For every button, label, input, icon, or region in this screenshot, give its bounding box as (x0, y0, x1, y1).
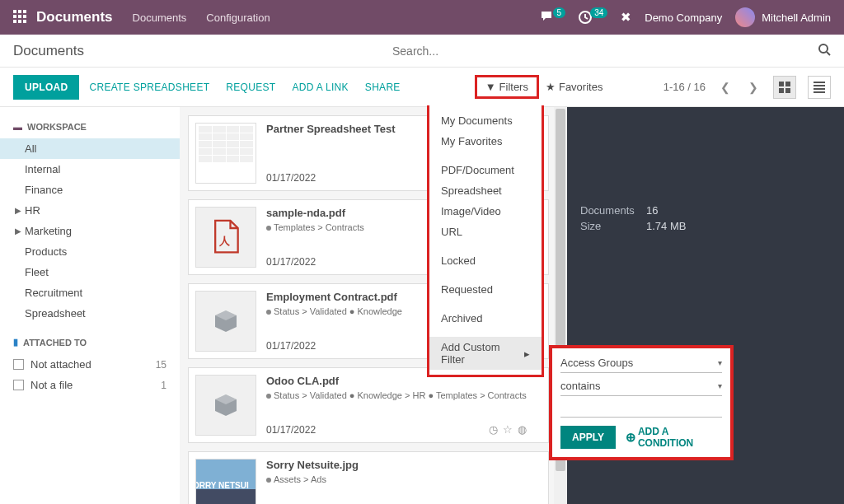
custom-filter-operator[interactable]: contains ▾ (560, 376, 722, 396)
user-menu[interactable]: Mitchell Admin (735, 7, 831, 27)
custom-filter-panel: Access Groups ▾ contains ▾ APPLY ⊕ ADD A… (549, 345, 734, 460)
sidebar-item-finance[interactable]: Finance (0, 180, 180, 200)
count: 1 (161, 380, 166, 391)
checkbox[interactable] (13, 380, 24, 390)
sidebar-item-hr[interactable]: ▶HR (0, 200, 180, 221)
chevron-down-icon: ▾ (718, 358, 722, 367)
messaging-icon[interactable]: 5 (542, 12, 566, 23)
custom-filter-field[interactable]: Access Groups ▾ (560, 353, 722, 373)
pager-prev-icon[interactable]: ❮ (717, 81, 734, 94)
search-row: Documents (0, 35, 844, 68)
add-custom-label: Add Custom Filter (441, 341, 524, 366)
debug-icon[interactable]: ✖ (621, 10, 631, 25)
apply-button[interactable]: APPLY (560, 426, 616, 449)
search-icon[interactable] (818, 43, 831, 58)
activity-icon[interactable]: 34 (579, 11, 607, 24)
brand[interactable]: Documents (36, 9, 113, 26)
svg-rect-6 (13, 20, 16, 23)
docs-count: 16 (646, 204, 658, 217)
clock-icon[interactable]: ◷ (489, 423, 498, 436)
pager-next-icon[interactable]: ❯ (745, 81, 762, 94)
svg-rect-14 (779, 88, 784, 93)
sidebar-item-spreadsheet[interactable]: Spreadsheet (0, 303, 180, 324)
svg-point-10 (819, 44, 828, 53)
filters-label: Filters (499, 81, 528, 93)
star-icon[interactable]: ☆ (503, 423, 513, 436)
docs-count-label: Documents (580, 204, 646, 217)
svg-rect-7 (18, 20, 21, 23)
workspace-header: ▬ WORKSPACE (0, 119, 180, 138)
sidebar-item-fleet[interactable]: Fleet (0, 262, 180, 282)
upload-button[interactable]: UPLOAD (13, 75, 79, 100)
svg-rect-17 (814, 85, 825, 86)
filter-my-favorites[interactable]: My Favorites (429, 131, 542, 152)
favorites-button[interactable]: ★ Favorites (546, 81, 603, 93)
nav-documents[interactable]: Documents (133, 12, 187, 24)
filter-my-documents[interactable]: My Documents (429, 110, 542, 131)
sidebar-item-all[interactable]: All (0, 138, 180, 159)
add-link-button[interactable]: ADD A LINK (292, 82, 348, 93)
sidebar-item-products[interactable]: Products (0, 241, 180, 262)
svg-rect-2 (23, 10, 26, 13)
filter-icon: ▼ (485, 81, 496, 93)
nav-configuration[interactable]: Configuration (206, 12, 270, 24)
plus-icon: ⊕ (626, 430, 636, 445)
company-selector[interactable]: Demo Company (645, 12, 722, 24)
chat-badge: 5 (553, 7, 566, 18)
document-card[interactable]: Odoo CLA.pdf Status > Validated ● Knowle… (188, 367, 549, 443)
sidebar-item-marketing[interactable]: ▶Marketing (0, 221, 180, 241)
topbar: Documents Documents Configuration 5 34 ✖… (0, 0, 844, 35)
sidebar-item-recruitment[interactable]: Recruitment (0, 282, 180, 303)
svg-rect-13 (785, 82, 790, 86)
svg-rect-15 (785, 88, 790, 93)
filter-pdf[interactable]: PDF/Document (429, 160, 542, 180)
filter-image[interactable]: Image/Video (429, 201, 542, 222)
attached-not-a-file[interactable]: Not a file 1 (0, 375, 180, 395)
share-button[interactable]: SHARE (365, 82, 401, 93)
filter-spreadsheet[interactable]: Spreadsheet (429, 180, 542, 201)
filters-dropdown: My Documents My Favorites PDF/Document S… (427, 105, 544, 377)
doc-thumb-image: ORRY NETSUI odoo ▬▬ (195, 459, 256, 504)
svg-line-11 (827, 52, 830, 55)
star-icon: ★ (546, 81, 556, 93)
filter-locked[interactable]: Locked (429, 250, 542, 271)
svg-rect-19 (814, 91, 825, 93)
svg-rect-18 (814, 88, 825, 90)
add-condition-button[interactable]: ⊕ ADD A CONDITION (626, 426, 722, 449)
svg-rect-0 (13, 10, 16, 13)
folder-icon: ▬ (13, 122, 22, 132)
filters-button[interactable]: ▼ Filters (475, 75, 539, 99)
avatar (735, 7, 755, 27)
filter-add-custom[interactable]: Add Custom Filter ▸ (429, 337, 542, 370)
file-icon: ▮ (13, 337, 18, 348)
checkbox[interactable] (13, 359, 24, 370)
status-icon[interactable]: ◍ (518, 423, 527, 436)
document-card[interactable]: ORRY NETSUI odoo ▬▬ Sorry Netsuite.jpg A… (188, 451, 549, 504)
svg-rect-1 (18, 10, 21, 13)
filter-url[interactable]: URL (429, 222, 542, 242)
kanban-view-button[interactable] (773, 76, 796, 99)
list-view-button[interactable] (808, 76, 831, 99)
custom-filter-value[interactable] (560, 399, 722, 418)
filter-archived[interactable]: Archived (429, 308, 542, 329)
toolbar: UPLOAD CREATE SPREADSHEET REQUEST ADD A … (0, 68, 844, 107)
search-input[interactable] (392, 44, 818, 58)
apps-icon[interactable] (13, 10, 26, 26)
doc-thumb-box (195, 291, 256, 352)
caret-icon: ▶ (15, 226, 21, 236)
attached-not-attached[interactable]: Not attached 15 (0, 354, 180, 375)
filter-requested[interactable]: Requested (429, 279, 542, 300)
attached-header: ▮ ATTACHED TO (0, 324, 180, 354)
size-label: Size (580, 220, 646, 232)
sidebar-item-internal[interactable]: Internal (0, 159, 180, 180)
size-value: 1.74 MB (646, 220, 686, 232)
doc-tags: Status > Validated ● Knowledge > HR ● Te… (266, 390, 542, 400)
favorites-label: Favorites (559, 81, 603, 93)
request-button[interactable]: REQUEST (226, 82, 275, 93)
user-name: Mitchell Admin (762, 12, 831, 24)
create-spreadsheet-button[interactable]: CREATE SPREADSHEET (89, 82, 209, 93)
activity-badge: 34 (590, 7, 607, 18)
doc-thumb-pdf: 人 (195, 207, 256, 268)
chevron-right-icon: ▸ (524, 348, 530, 360)
count: 15 (156, 359, 166, 371)
